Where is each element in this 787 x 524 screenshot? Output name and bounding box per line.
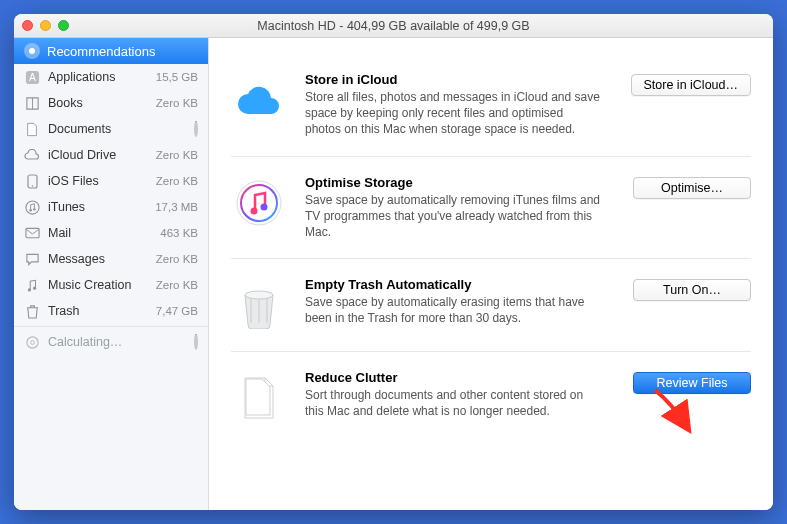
svg-point-5 (25, 200, 38, 213)
sidebar-header-label: Recommendations (47, 44, 155, 59)
svg-point-6 (29, 209, 31, 211)
clutter-icon (231, 370, 287, 426)
sidebar-item-ios-files[interactable]: iOS FilesZero KB (14, 168, 208, 194)
sidebar-item-label: Mail (48, 226, 146, 240)
section-desc: Save space by automatically erasing item… (305, 294, 601, 326)
sidebar-item-label: iTunes (48, 200, 146, 214)
section-text: Store in iCloudStore all files, photos a… (305, 72, 601, 138)
svg-text:A: A (29, 72, 36, 83)
sidebar-item-icloud-drive[interactable]: iCloud DriveZero KB (14, 142, 208, 168)
sidebar-item-size: Zero KB (154, 175, 198, 187)
section-trash: Empty Trash AutomaticallySave space by a… (231, 259, 751, 352)
gear-icon (24, 334, 40, 350)
window-title: Macintosh HD - 404,99 GB available of 49… (14, 19, 773, 33)
sidebar-item-label: Messages (48, 252, 146, 266)
section-desc: Sort through documents and other content… (305, 387, 601, 419)
svg-point-16 (261, 203, 268, 210)
sidebar-item-calculating-[interactable]: Calculating… (14, 329, 208, 355)
section-title: Reduce Clutter (305, 370, 601, 385)
svg-point-11 (26, 336, 37, 347)
titlebar: Macintosh HD - 404,99 GB available of 49… (14, 14, 773, 38)
sidebar-item-size: 7,47 GB (154, 305, 198, 317)
section-action: Turn On… (619, 277, 751, 301)
ios-icon (24, 173, 40, 189)
sidebar-item-trash[interactable]: Trash7,47 GB (14, 298, 208, 324)
section-text: Optimise StorageSave space by automatica… (305, 175, 601, 241)
book-icon (24, 95, 40, 111)
msg-icon (24, 251, 40, 267)
section-desc: Store all files, photos and messages in … (305, 89, 601, 138)
svg-point-4 (31, 185, 33, 187)
sidebar-item-size: 463 KB (154, 227, 198, 239)
sidebar-item-label: Documents (48, 122, 146, 136)
svg-point-13 (237, 181, 281, 225)
svg-point-15 (251, 207, 258, 214)
svg-point-0 (29, 48, 35, 54)
optimise-icon (231, 175, 287, 231)
section-text: Empty Trash AutomaticallySave space by a… (305, 277, 601, 326)
section-title: Empty Trash Automatically (305, 277, 601, 292)
sidebar-item-size (154, 336, 198, 348)
svg-point-9 (28, 288, 31, 291)
sidebar-item-label: Applications (48, 70, 146, 84)
section-title: Store in iCloud (305, 72, 601, 87)
section-action: Optimise… (619, 175, 751, 199)
main-panel: Store in iCloudStore all files, photos a… (209, 38, 773, 510)
sidebar-item-size: Zero KB (154, 253, 198, 265)
sidebar-item-books[interactable]: BooksZero KB (14, 90, 208, 116)
svg-rect-8 (25, 228, 38, 237)
sidebar-header-recommendations[interactable]: Recommendations (14, 38, 208, 64)
spinner-icon (194, 121, 198, 137)
sidebar-item-size: Zero KB (154, 279, 198, 291)
section-clutter: Reduce ClutterSort through documents and… (231, 352, 751, 444)
trash-icon (231, 277, 287, 333)
sidebar-item-documents[interactable]: Documents (14, 116, 208, 142)
sidebar-item-label: Trash (48, 304, 146, 318)
itunes-icon (24, 199, 40, 215)
svg-point-7 (33, 208, 35, 210)
sidebar-item-label: iCloud Drive (48, 148, 146, 162)
sidebar-item-size: Zero KB (154, 97, 198, 109)
sidebar-item-size: 17,3 MB (154, 201, 198, 213)
sidebar: Recommendations AApplications15,5 GBBook… (14, 38, 209, 510)
section-action: Store in iCloud… (619, 72, 751, 96)
section-icloud: Store in iCloudStore all files, photos a… (231, 54, 751, 157)
icloud-button[interactable]: Store in iCloud… (631, 74, 752, 96)
section-optimise: Optimise StorageSave space by automatica… (231, 157, 751, 260)
svg-point-17 (245, 291, 273, 299)
sidebar-list: AApplications15,5 GBBooksZero KBDocument… (14, 64, 208, 355)
optimise-button[interactable]: Optimise… (633, 177, 751, 199)
sidebar-item-label: iOS Files (48, 174, 146, 188)
icloud-icon (231, 72, 287, 128)
trash-button[interactable]: Turn On… (633, 279, 751, 301)
bulb-icon (24, 43, 40, 59)
sidebar-item-itunes[interactable]: iTunes17,3 MB (14, 194, 208, 220)
section-desc: Save space by automatically removing iTu… (305, 192, 601, 241)
trash-icon (24, 303, 40, 319)
sidebar-item-label: Books (48, 96, 146, 110)
storage-management-window: Macintosh HD - 404,99 GB available of 49… (14, 14, 773, 510)
sidebar-item-mail[interactable]: Mail463 KB (14, 220, 208, 246)
cloud-icon (24, 147, 40, 163)
mail-icon (24, 225, 40, 241)
section-action: Review Files (619, 370, 751, 394)
sidebar-item-size: Zero KB (154, 149, 198, 161)
sidebar-item-applications[interactable]: AApplications15,5 GB (14, 64, 208, 90)
app-icon: A (24, 69, 40, 85)
music-icon (24, 277, 40, 293)
sidebar-item-messages[interactable]: MessagesZero KB (14, 246, 208, 272)
section-title: Optimise Storage (305, 175, 601, 190)
section-text: Reduce ClutterSort through documents and… (305, 370, 601, 419)
sidebar-item-label: Calculating… (48, 335, 146, 349)
doc-icon (24, 121, 40, 137)
sidebar-item-music-creation[interactable]: Music CreationZero KB (14, 272, 208, 298)
sidebar-item-size: 15,5 GB (154, 71, 198, 83)
sidebar-item-size (154, 123, 198, 135)
svg-point-12 (30, 340, 34, 344)
clutter-button[interactable]: Review Files (633, 372, 751, 394)
svg-point-10 (33, 286, 36, 289)
window-body: Recommendations AApplications15,5 GBBook… (14, 38, 773, 510)
sidebar-item-label: Music Creation (48, 278, 146, 292)
spinner-icon (194, 334, 198, 350)
